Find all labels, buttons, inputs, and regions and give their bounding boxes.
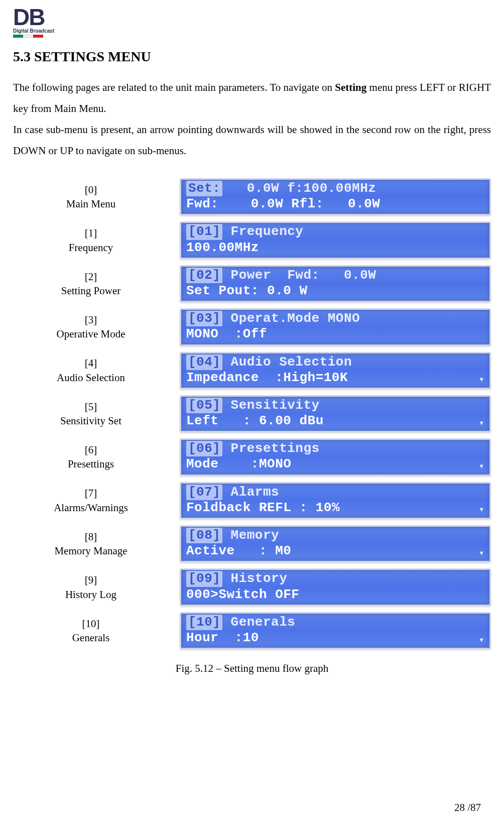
menu-label: [0]Main Menu (13, 183, 169, 211)
lcd-line1-highlight: [09] (186, 571, 222, 586)
lcd-line2: Fwd: 0.0W Rfl: 0.0W (186, 196, 380, 211)
menu-name: History Log (13, 587, 169, 602)
menu-index: [1] (13, 226, 169, 240)
lcd-line2: Set Pout: 0.0 W (186, 283, 308, 298)
logo-block: DB Digital Broadcast (13, 8, 491, 38)
menu-index: [7] (13, 486, 169, 500)
lcd-line1-highlight: [02] (186, 268, 222, 283)
lcd-screen: [03] Operat.Mode MONOMONO :Off (180, 308, 491, 345)
menu-row: [5]Sensitivity Set[05] SensitivityLeft :… (13, 395, 491, 432)
menu-name: Sensitivity Set (13, 414, 169, 428)
menu-row: [4]Audio Selection[04] Audio SelectionIm… (13, 352, 491, 389)
lcd-screen: [10] GeneralsHour :10▾ (180, 612, 491, 649)
lcd-line1-rest: History (222, 571, 287, 586)
menu-index: [9] (13, 573, 169, 587)
lcd-line1-highlight: [08] (186, 528, 222, 543)
lcd-line1-rest: Operat.Mode MONO (222, 311, 360, 326)
lcd-screen: [08] MemoryActive : M0▾ (180, 525, 491, 562)
para-line-2: In case sub-menu is present, an arrow po… (13, 124, 491, 157)
lcd-line2: 000>Switch OFF (186, 587, 299, 602)
lcd-line1-highlight: [03] (186, 311, 222, 326)
lcd-line1-rest: 0.0W f:100.00MHz (222, 181, 376, 196)
menu-name: Audio Selection (13, 371, 169, 385)
menu-name: Operative Mode (13, 327, 169, 341)
lcd-line2: Mode :MONO (186, 456, 291, 471)
lcd-screen: [04] Audio SelectionImpedance :High=10K▾ (180, 352, 491, 389)
submenu-arrow-icon: ▾ (479, 375, 484, 386)
page-number: 28 /87 (454, 801, 481, 814)
menu-label: [6]Presettings (13, 443, 169, 471)
submenu-arrow-icon: ▾ (479, 418, 484, 429)
menu-index: [8] (13, 530, 169, 544)
lcd-line1-rest: Presettings (222, 441, 319, 456)
menu-name: Generals (13, 631, 169, 645)
lcd-line2: MONO :Off (186, 326, 267, 341)
lcd-line2: Active : M0 (186, 543, 291, 558)
para-bold: Setting (335, 81, 366, 93)
menu-name: Memory Manage (13, 544, 169, 558)
lcd-screen: [09] History000>Switch OFF (180, 568, 491, 606)
menu-row: [0]Main MenuSet: 0.0W f:100.00MHzFwd: 0.… (13, 178, 491, 215)
lcd-screen: [05] SensitivityLeft : 6.00 dBu▾ (180, 395, 491, 432)
menu-label: [1]Frequency (13, 226, 169, 255)
menu-row: [10]Generals[10] GeneralsHour :10▾ (13, 612, 491, 649)
submenu-arrow-icon: ▾ (479, 461, 484, 473)
menu-list: [0]Main MenuSet: 0.0W f:100.00MHzFwd: 0.… (13, 178, 491, 649)
lcd-line2: Impedance :High=10K (186, 370, 348, 385)
lcd-screen: Set: 0.0W f:100.00MHzFwd: 0.0W Rfl: 0.0W (180, 178, 491, 215)
logo-letters: DB (13, 8, 44, 27)
lcd-line1-rest: Audio Selection (222, 355, 352, 370)
submenu-arrow-icon: ▾ (479, 635, 484, 646)
figure-caption: Fig. 5.12 – Setting menu flow graph (13, 662, 491, 675)
lcd-line1-rest: Power Fwd: 0.0W (222, 268, 376, 283)
lcd-screen: [02] Power Fwd: 0.0WSet Pout: 0.0 W (180, 265, 491, 302)
menu-index: [3] (13, 313, 169, 327)
menu-label: [10]Generals (13, 617, 169, 645)
menu-label: [4]Audio Selection (13, 356, 169, 385)
logo-subtitle: Digital Broadcast (13, 28, 491, 34)
lcd-screen: [01] Frequency100.00MHz (180, 221, 491, 259)
lcd-screen: [06] PresettingsMode :MONO▾ (180, 438, 491, 476)
menu-row: [6]Presettings[06] PresettingsMode :MONO… (13, 438, 491, 476)
submenu-arrow-icon: ▾ (479, 548, 484, 559)
section-heading: 5.3 SETTINGS MENU (13, 49, 491, 65)
lcd-line1-highlight: [10] (186, 615, 222, 630)
lcd-line1-highlight: [01] (186, 224, 222, 240)
menu-name: Setting Power (13, 284, 169, 298)
menu-label: [7]Alarms/Warnings (13, 486, 169, 515)
menu-row: [7]Alarms/Warnings[07] AlarmsFoldback RE… (13, 482, 491, 519)
lcd-line2: Foldback REFL : 10% (186, 500, 340, 515)
lcd-line1-highlight: [07] (186, 485, 222, 500)
menu-label: [9]History Log (13, 573, 169, 602)
menu-index: [5] (13, 400, 169, 414)
lcd-line1-highlight: Set: (186, 181, 222, 196)
lcd-line1-highlight: [06] (186, 441, 222, 456)
lcd-line2: 100.00MHz (186, 240, 259, 255)
lcd-line1-rest: Sensitivity (222, 398, 319, 413)
lcd-line2: Left : 6.00 dBu (186, 413, 324, 428)
lcd-line1-highlight: [05] (186, 398, 222, 413)
menu-index: [6] (13, 443, 169, 457)
menu-label: [5]Sensitivity Set (13, 400, 169, 428)
menu-label: [3]Operative Mode (13, 313, 169, 341)
intro-paragraph: The following pages are related to the u… (13, 77, 491, 161)
menu-row: [9]History Log[09] History000>Switch OFF (13, 568, 491, 606)
menu-index: [10] (13, 617, 169, 631)
menu-index: [0] (13, 183, 169, 197)
italy-flag-icon (13, 35, 43, 38)
page: DB Digital Broadcast 5.3 SETTINGS MENU T… (0, 0, 504, 826)
lcd-screen: [07] AlarmsFoldback REFL : 10%▾ (180, 482, 491, 519)
lcd-line1-rest: Alarms (222, 485, 279, 500)
menu-name: Main Menu (13, 197, 169, 211)
menu-row: [1]Frequency[01] Frequency100.00MHz (13, 221, 491, 259)
menu-row: [3]Operative Mode[03] Operat.Mode MONOMO… (13, 308, 491, 345)
menu-name: Alarms/Warnings (13, 501, 169, 515)
menu-index: [2] (13, 270, 169, 284)
menu-label: [8]Memory Manage (13, 530, 169, 558)
menu-label: [2]Setting Power (13, 270, 169, 298)
lcd-line1-rest: Memory (222, 528, 279, 543)
menu-name: Frequency (13, 241, 169, 255)
lcd-line1-highlight: [04] (186, 355, 222, 370)
menu-row: [8]Memory Manage[08] MemoryActive : M0▾ (13, 525, 491, 562)
menu-index: [4] (13, 356, 169, 370)
